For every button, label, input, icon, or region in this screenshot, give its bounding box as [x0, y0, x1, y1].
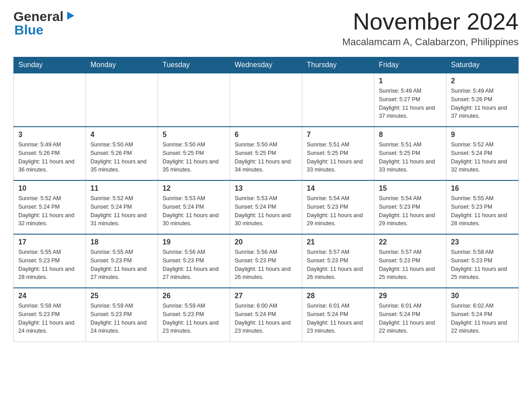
day-number: 28 [307, 292, 369, 300]
month-title: November 2024 [342, 9, 519, 34]
day-number: 2 [451, 77, 514, 85]
header-sunday: Sunday [14, 57, 86, 73]
day-number: 17 [18, 238, 81, 246]
day-number: 7 [307, 131, 369, 139]
table-row: 10Sunrise: 5:52 AMSunset: 5:24 PMDayligh… [14, 180, 86, 234]
table-row [14, 73, 86, 127]
day-number: 5 [163, 131, 225, 139]
day-number: 24 [18, 292, 81, 300]
table-row: 5Sunrise: 5:50 AMSunset: 5:25 PMDaylight… [158, 127, 230, 180]
day-number: 21 [307, 238, 369, 246]
day-info: Sunrise: 5:49 AMSunset: 5:26 PMDaylight:… [18, 141, 81, 174]
day-info: Sunrise: 5:52 AMSunset: 5:24 PMDaylight:… [451, 141, 514, 174]
day-number: 10 [18, 184, 81, 193]
logo-arrow-icon [65, 11, 75, 21]
day-info: Sunrise: 5:50 AMSunset: 5:25 PMDaylight:… [235, 141, 297, 174]
day-info: Sunrise: 5:55 AMSunset: 5:23 PMDaylight:… [18, 248, 81, 282]
day-info: Sunrise: 5:56 AMSunset: 5:23 PMDaylight:… [235, 248, 297, 282]
calendar-table: Sunday Monday Tuesday Wednesday Thursday… [13, 57, 519, 342]
day-number: 29 [379, 292, 442, 300]
table-row: 28Sunrise: 6:01 AMSunset: 5:24 PMDayligh… [302, 288, 374, 342]
day-info: Sunrise: 5:56 AMSunset: 5:23 PMDaylight:… [163, 248, 225, 282]
day-info: Sunrise: 5:50 AMSunset: 5:26 PMDaylight:… [90, 141, 153, 174]
day-info: Sunrise: 5:58 AMSunset: 5:23 PMDaylight:… [18, 302, 81, 335]
header-friday: Friday [374, 57, 446, 73]
logo: General Blue [13, 9, 75, 38]
day-info: Sunrise: 5:51 AMSunset: 5:25 PMDaylight:… [307, 141, 369, 174]
table-row: 19Sunrise: 5:56 AMSunset: 5:23 PMDayligh… [158, 234, 230, 288]
calendar-week-row: 3Sunrise: 5:49 AMSunset: 5:26 PMDaylight… [14, 127, 519, 180]
day-number: 8 [379, 131, 442, 139]
day-info: Sunrise: 6:02 AMSunset: 5:24 PMDaylight:… [451, 302, 514, 335]
day-number: 23 [451, 238, 514, 246]
table-row [302, 73, 374, 127]
table-row: 1Sunrise: 5:49 AMSunset: 5:27 PMDaylight… [374, 73, 446, 127]
table-row: 9Sunrise: 5:52 AMSunset: 5:24 PMDaylight… [446, 127, 519, 180]
table-row: 29Sunrise: 6:01 AMSunset: 5:24 PMDayligh… [374, 288, 446, 342]
table-row: 17Sunrise: 5:55 AMSunset: 5:23 PMDayligh… [14, 234, 86, 288]
day-info: Sunrise: 5:55 AMSunset: 5:23 PMDaylight:… [90, 248, 153, 282]
table-row: 6Sunrise: 5:50 AMSunset: 5:25 PMDaylight… [230, 127, 302, 180]
day-number: 9 [451, 131, 514, 139]
calendar-week-row: 10Sunrise: 5:52 AMSunset: 5:24 PMDayligh… [14, 180, 519, 234]
table-row [86, 73, 158, 127]
page-header: General Blue November 2024 Macalamcam A,… [13, 9, 519, 48]
table-row: 11Sunrise: 5:52 AMSunset: 5:24 PMDayligh… [86, 180, 158, 234]
day-number: 3 [18, 131, 81, 139]
day-number: 25 [90, 292, 153, 300]
day-number: 4 [90, 131, 153, 139]
table-row: 21Sunrise: 5:57 AMSunset: 5:23 PMDayligh… [302, 234, 374, 288]
day-number: 12 [163, 184, 225, 193]
day-number: 16 [451, 184, 514, 193]
table-row: 22Sunrise: 5:57 AMSunset: 5:23 PMDayligh… [374, 234, 446, 288]
table-row: 3Sunrise: 5:49 AMSunset: 5:26 PMDaylight… [14, 127, 86, 180]
header-thursday: Thursday [302, 57, 374, 73]
day-number: 20 [235, 238, 297, 246]
logo-blue-text: Blue [14, 22, 43, 38]
day-info: Sunrise: 5:58 AMSunset: 5:23 PMDaylight:… [451, 248, 514, 282]
day-info: Sunrise: 5:57 AMSunset: 5:23 PMDaylight:… [379, 248, 442, 282]
day-number: 30 [451, 292, 514, 300]
header-wednesday: Wednesday [230, 57, 302, 73]
table-row: 25Sunrise: 5:59 AMSunset: 5:23 PMDayligh… [86, 288, 158, 342]
day-number: 22 [379, 238, 442, 246]
day-number: 6 [235, 131, 297, 139]
day-info: Sunrise: 5:55 AMSunset: 5:23 PMDaylight:… [451, 194, 514, 228]
day-number: 13 [235, 184, 297, 193]
day-info: Sunrise: 5:52 AMSunset: 5:24 PMDaylight:… [90, 194, 153, 228]
table-row: 30Sunrise: 6:02 AMSunset: 5:24 PMDayligh… [446, 288, 519, 342]
table-row: 27Sunrise: 6:00 AMSunset: 5:24 PMDayligh… [230, 288, 302, 342]
day-number: 1 [379, 77, 442, 85]
header-monday: Monday [86, 57, 158, 73]
day-info: Sunrise: 5:59 AMSunset: 5:23 PMDaylight:… [90, 302, 153, 335]
day-info: Sunrise: 5:53 AMSunset: 5:24 PMDaylight:… [235, 194, 297, 228]
day-info: Sunrise: 6:01 AMSunset: 5:24 PMDaylight:… [379, 302, 442, 335]
table-row: 23Sunrise: 5:58 AMSunset: 5:23 PMDayligh… [446, 234, 519, 288]
table-row [230, 73, 302, 127]
calendar-week-row: 1Sunrise: 5:49 AMSunset: 5:27 PMDaylight… [14, 73, 519, 127]
table-row: 4Sunrise: 5:50 AMSunset: 5:26 PMDaylight… [86, 127, 158, 180]
table-row: 12Sunrise: 5:53 AMSunset: 5:24 PMDayligh… [158, 180, 230, 234]
day-number: 27 [235, 292, 297, 300]
day-info: Sunrise: 5:49 AMSunset: 5:26 PMDaylight:… [451, 87, 514, 120]
table-row: 24Sunrise: 5:58 AMSunset: 5:23 PMDayligh… [14, 288, 86, 342]
location-title: Macalamcam A, Calabarzon, Philippines [342, 36, 519, 48]
svg-marker-0 [67, 12, 74, 20]
table-row: 15Sunrise: 5:54 AMSunset: 5:23 PMDayligh… [374, 180, 446, 234]
day-info: Sunrise: 6:00 AMSunset: 5:24 PMDaylight:… [235, 302, 297, 335]
header-saturday: Saturday [446, 57, 519, 73]
day-info: Sunrise: 5:53 AMSunset: 5:24 PMDaylight:… [163, 194, 225, 228]
table-row: 16Sunrise: 5:55 AMSunset: 5:23 PMDayligh… [446, 180, 519, 234]
header-tuesday: Tuesday [158, 57, 230, 73]
day-info: Sunrise: 5:51 AMSunset: 5:25 PMDaylight:… [379, 141, 442, 174]
day-info: Sunrise: 5:54 AMSunset: 5:23 PMDaylight:… [379, 194, 442, 228]
title-area: November 2024 Macalamcam A, Calabarzon, … [342, 9, 519, 48]
day-info: Sunrise: 5:52 AMSunset: 5:24 PMDaylight:… [18, 194, 81, 228]
table-row: 26Sunrise: 5:59 AMSunset: 5:23 PMDayligh… [158, 288, 230, 342]
table-row: 7Sunrise: 5:51 AMSunset: 5:25 PMDaylight… [302, 127, 374, 180]
calendar-header-row: Sunday Monday Tuesday Wednesday Thursday… [14, 57, 519, 73]
table-row: 18Sunrise: 5:55 AMSunset: 5:23 PMDayligh… [86, 234, 158, 288]
day-number: 14 [307, 184, 369, 193]
day-number: 15 [379, 184, 442, 193]
table-row: 2Sunrise: 5:49 AMSunset: 5:26 PMDaylight… [446, 73, 519, 127]
